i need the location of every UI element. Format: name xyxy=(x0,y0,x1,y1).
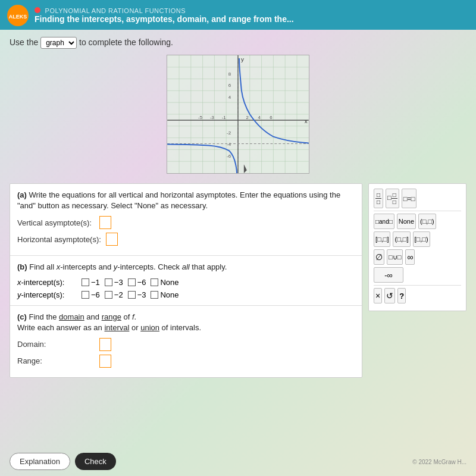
section-c-text: (c) Find the domain and range of f. Writ… xyxy=(17,312,355,333)
header-text: POLYNOMIAL AND RATIONAL FUNCTIONS Findin… xyxy=(35,7,294,24)
svg-text:-2: -2 xyxy=(227,130,231,136)
section-b: (b) Find all x-intercepts and y-intercep… xyxy=(10,256,362,305)
x-cb-neg1[interactable] xyxy=(82,278,89,286)
sym-divider-2 xyxy=(374,285,461,286)
undo-button[interactable]: ↺ xyxy=(384,288,395,303)
y-cb-neg2[interactable] xyxy=(105,291,112,299)
help-button[interactable]: ? xyxy=(397,288,406,303)
closed-interval-button[interactable]: [□,□] xyxy=(374,231,390,247)
union-button[interactable]: □∪□ xyxy=(387,249,403,265)
domain-input[interactable] xyxy=(99,338,111,351)
symbol-row-3: [□,□] (□,□] [□,□) xyxy=(374,231,461,247)
header-subtitle: POLYNOMIAL AND RATIONAL FUNCTIONS xyxy=(35,7,294,14)
x-cb-neg6[interactable] xyxy=(128,278,136,286)
section-a: (a) Write the equations for all vertical… xyxy=(10,184,362,256)
bottom-bar: Explanation Check xyxy=(10,453,116,470)
y-opt-neg2[interactable]: −2 xyxy=(105,290,123,299)
svg-text:-5: -5 xyxy=(198,115,203,120)
function-graph: y x -5 -3 -1 2 4 6 4 6 8 -2 -4 -6 xyxy=(167,55,309,173)
y-opt-none[interactable]: None xyxy=(151,290,178,299)
empty-set-button[interactable]: ∅ xyxy=(374,249,384,265)
x-opt-neg3[interactable]: −3 xyxy=(105,278,123,287)
svg-text:y: y xyxy=(241,56,244,62)
vertical-asymptote-input[interactable] xyxy=(99,216,111,229)
problem-area: (a) Write the equations for all vertical… xyxy=(10,183,466,378)
svg-text:6: 6 xyxy=(270,115,273,120)
infinity-button[interactable]: ∞ xyxy=(405,249,415,265)
y-cb-none[interactable] xyxy=(151,291,158,299)
symbol-row-5: -∞ xyxy=(374,267,461,283)
symbol-panel: □□ □□□ □=□ □and□ None (□,□) [□,□] (□,□] … xyxy=(368,183,466,311)
svg-text:-1: -1 xyxy=(222,115,227,120)
and-button[interactable]: □and□ xyxy=(374,214,394,229)
symbol-row-1: □□ □□□ □=□ xyxy=(374,189,461,208)
domain-word: domain xyxy=(59,312,84,321)
svg-text:-6: -6 xyxy=(227,154,231,159)
red-dot-icon xyxy=(35,7,40,13)
union-word: union xyxy=(140,323,159,332)
vertical-asymptote-row: Vertical asymptote(s): xyxy=(17,216,355,229)
action-row: × ↺ ? xyxy=(374,288,461,303)
x-opt-neg1[interactable]: −1 xyxy=(82,278,100,287)
y-intercept-label: y-intercept(s): xyxy=(17,290,77,299)
svg-text:ALEKS: ALEKS xyxy=(9,14,27,20)
none-button[interactable]: None xyxy=(397,214,416,229)
section-b-label: (b) xyxy=(17,262,27,271)
vertical-asymptote-label: Vertical asymptote(s): xyxy=(17,218,95,227)
sym-divider-1 xyxy=(374,211,461,211)
copyright-text: © 2022 McGraw H... xyxy=(412,459,466,465)
svg-text:x: x xyxy=(305,118,308,124)
svg-text:-3: -3 xyxy=(210,115,215,120)
mixed-fraction-button[interactable]: □□□ xyxy=(386,189,399,208)
x-intercept-row: x-intercept(s): −1 −3 −6 xyxy=(17,278,355,287)
x-opt-none[interactable]: None xyxy=(151,278,178,287)
section-a-label: (a) xyxy=(17,190,27,199)
symbol-row-2: □and□ None (□,□) xyxy=(374,214,461,229)
horizontal-asymptote-input[interactable] xyxy=(106,233,118,246)
domain-label: Domain: xyxy=(17,340,95,349)
y-cb-neg3[interactable] xyxy=(128,291,136,299)
clear-button[interactable]: × xyxy=(374,288,382,303)
symbol-row-4: ∅ □∪□ ∞ xyxy=(374,249,461,265)
svg-text:4: 4 xyxy=(258,115,261,120)
horizontal-asymptote-label: Horizontal asymptote(s): xyxy=(17,235,101,244)
section-c-label: (c) xyxy=(17,312,27,321)
svg-text:6: 6 xyxy=(228,83,231,88)
y-cb-neg6[interactable] xyxy=(82,291,89,299)
range-input[interactable] xyxy=(99,355,111,368)
range-row: Range: xyxy=(17,355,355,368)
check-button[interactable]: Check xyxy=(75,453,116,470)
graph-select[interactable]: graph xyxy=(40,37,77,49)
explanation-button[interactable]: Explanation xyxy=(10,453,70,470)
equals-button[interactable]: □=□ xyxy=(402,189,417,208)
header: ALEKS POLYNOMIAL AND RATIONAL FUNCTIONS … xyxy=(0,0,476,30)
x-opt-neg6[interactable]: −6 xyxy=(128,278,146,287)
y-opt-neg6[interactable]: −6 xyxy=(82,290,100,299)
interval-word: interval xyxy=(104,323,129,332)
svg-text:8: 8 xyxy=(228,71,231,77)
horizontal-asymptote-row: Horizontal asymptote(s): xyxy=(17,233,355,246)
open-interval-button[interactable]: (□,□) xyxy=(418,214,436,229)
app-logo: ALEKS xyxy=(7,5,29,26)
problem-main-panel: (a) Write the equations for all vertical… xyxy=(10,183,362,378)
main-content: Use the graph to complete the following. xyxy=(0,30,476,476)
range-label: Range: xyxy=(17,356,95,365)
section-c: (c) Find the domain and range of f. Writ… xyxy=(10,306,362,377)
graph-display: y x -5 -3 -1 2 4 6 4 6 8 -2 -4 -6 xyxy=(167,55,309,174)
fraction-button[interactable]: □□ xyxy=(374,189,383,208)
x-intercept-label: x-intercept(s): xyxy=(17,278,77,287)
svg-text:2: 2 xyxy=(246,115,249,120)
range-word: range xyxy=(102,312,121,321)
section-a-text: (a) Write the equations for all vertical… xyxy=(17,190,355,211)
x-cb-none[interactable] xyxy=(151,278,158,286)
y-opt-neg3[interactable]: −3 xyxy=(128,290,146,299)
instruction-text: Use the graph to complete the following. xyxy=(10,37,466,49)
open-closed-interval-button[interactable]: (□,□] xyxy=(393,231,410,247)
y-intercept-row: y-intercept(s): −6 −2 −3 xyxy=(17,290,355,299)
svg-text:4: 4 xyxy=(228,95,231,100)
neg-infinity-button[interactable]: -∞ xyxy=(374,267,403,283)
svg-text:-4: -4 xyxy=(227,142,231,147)
x-cb-neg3[interactable] xyxy=(105,278,112,286)
closed-open-interval-button[interactable]: [□,□) xyxy=(413,231,430,247)
section-b-text: (b) Find all x-intercepts and y-intercep… xyxy=(17,262,355,273)
